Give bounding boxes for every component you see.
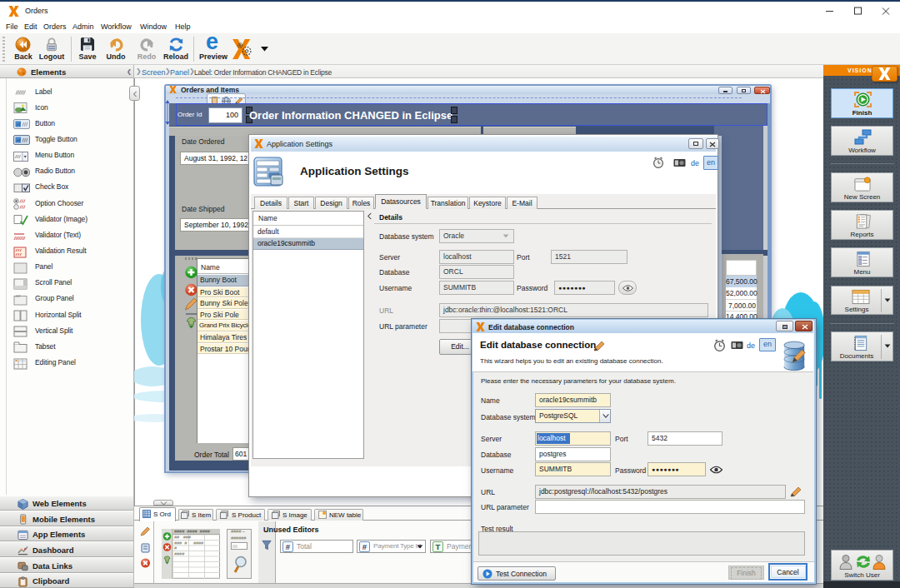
svg-text:#: # [362,542,368,551]
svg-text:#: # [286,542,291,551]
svg-text:T: T [436,542,441,551]
